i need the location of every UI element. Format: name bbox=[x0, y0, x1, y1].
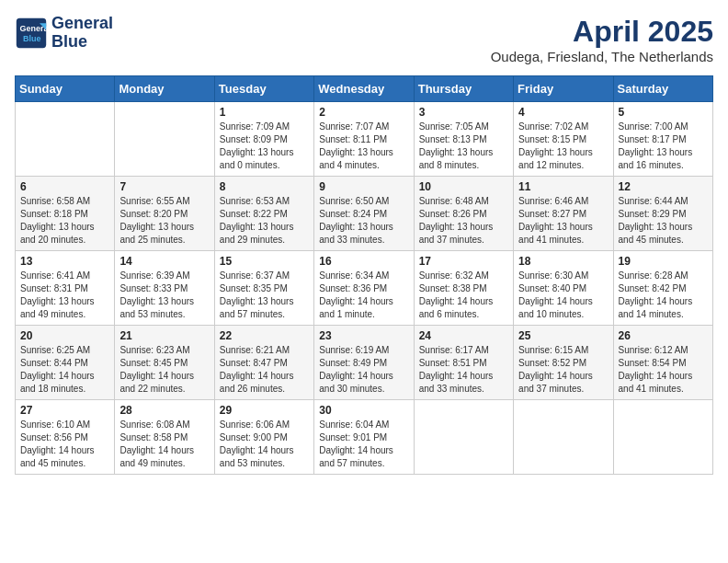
calendar-cell: 12Sunrise: 6:44 AM Sunset: 8:29 PM Dayli… bbox=[613, 177, 712, 251]
weekday-header-saturday: Saturday bbox=[613, 76, 712, 102]
cell-content: Sunrise: 6:53 AM Sunset: 8:22 PM Dayligh… bbox=[220, 195, 309, 247]
weekday-header-sunday: Sunday bbox=[16, 76, 115, 102]
cell-content: Sunrise: 6:25 AM Sunset: 8:44 PM Dayligh… bbox=[20, 344, 109, 396]
cell-content: Sunrise: 6:15 AM Sunset: 8:52 PM Dayligh… bbox=[518, 344, 608, 396]
calendar-cell: 17Sunrise: 6:32 AM Sunset: 8:38 PM Dayli… bbox=[414, 251, 513, 326]
cell-content: Sunrise: 6:28 AM Sunset: 8:42 PM Dayligh… bbox=[619, 270, 708, 321]
day-number: 29 bbox=[220, 404, 309, 417]
day-number: 7 bbox=[119, 180, 209, 193]
cell-content: Sunrise: 6:50 AM Sunset: 8:24 PM Dayligh… bbox=[319, 195, 408, 247]
calendar-cell: 13Sunrise: 6:41 AM Sunset: 8:31 PM Dayli… bbox=[16, 251, 115, 326]
weekday-header-friday: Friday bbox=[514, 76, 613, 102]
day-number: 3 bbox=[419, 106, 508, 119]
cell-content: Sunrise: 6:46 AM Sunset: 8:27 PM Dayligh… bbox=[518, 195, 608, 247]
weekday-header-thursday: Thursday bbox=[414, 76, 513, 102]
day-number: 5 bbox=[619, 106, 708, 119]
day-number: 12 bbox=[619, 180, 708, 193]
calendar-cell: 19Sunrise: 6:28 AM Sunset: 8:42 PM Dayli… bbox=[613, 251, 712, 326]
location-subtitle: Oudega, Friesland, The Netherlands bbox=[491, 49, 713, 64]
calendar-header-row: SundayMondayTuesdayWednesdayThursdayFrid… bbox=[16, 76, 713, 102]
calendar-cell: 14Sunrise: 6:39 AM Sunset: 8:33 PM Dayli… bbox=[115, 251, 214, 326]
calendar-cell: 2Sunrise: 7:07 AM Sunset: 8:11 PM Daylig… bbox=[314, 102, 414, 177]
day-number: 24 bbox=[419, 329, 508, 342]
cell-content: Sunrise: 7:00 AM Sunset: 8:17 PM Dayligh… bbox=[619, 121, 708, 172]
calendar-cell bbox=[514, 400, 613, 475]
day-number: 17 bbox=[419, 255, 508, 268]
cell-content: Sunrise: 6:17 AM Sunset: 8:51 PM Dayligh… bbox=[419, 344, 508, 396]
page-header: General Blue General Blue April 2025 Oud… bbox=[15, 15, 713, 64]
cell-content: Sunrise: 6:48 AM Sunset: 8:26 PM Dayligh… bbox=[419, 195, 508, 247]
day-number: 26 bbox=[619, 329, 708, 342]
cell-content: Sunrise: 6:32 AM Sunset: 8:38 PM Dayligh… bbox=[419, 270, 508, 321]
cell-content: Sunrise: 7:09 AM Sunset: 8:09 PM Dayligh… bbox=[220, 121, 309, 172]
cell-content: Sunrise: 7:05 AM Sunset: 8:13 PM Dayligh… bbox=[419, 121, 508, 172]
cell-content: Sunrise: 6:08 AM Sunset: 8:58 PM Dayligh… bbox=[119, 419, 209, 470]
calendar-cell: 18Sunrise: 6:30 AM Sunset: 8:40 PM Dayli… bbox=[514, 251, 613, 326]
calendar-cell: 24Sunrise: 6:17 AM Sunset: 8:51 PM Dayli… bbox=[414, 326, 513, 400]
day-number: 21 bbox=[119, 329, 209, 342]
weekday-header-tuesday: Tuesday bbox=[214, 76, 313, 102]
calendar-cell: 20Sunrise: 6:25 AM Sunset: 8:44 PM Dayli… bbox=[16, 326, 115, 400]
title-block: April 2025 Oudega, Friesland, The Nether… bbox=[491, 15, 713, 64]
day-number: 8 bbox=[220, 180, 309, 193]
day-number: 1 bbox=[220, 106, 309, 119]
calendar-cell: 29Sunrise: 6:06 AM Sunset: 9:00 PM Dayli… bbox=[214, 400, 313, 475]
calendar-cell: 23Sunrise: 6:19 AM Sunset: 8:49 PM Dayli… bbox=[314, 326, 414, 400]
day-number: 4 bbox=[518, 106, 608, 119]
day-number: 27 bbox=[20, 404, 109, 417]
svg-text:Blue: Blue bbox=[23, 34, 41, 43]
logo-icon: General Blue bbox=[15, 17, 48, 50]
calendar-cell: 3Sunrise: 7:05 AM Sunset: 8:13 PM Daylig… bbox=[414, 102, 513, 177]
cell-content: Sunrise: 6:04 AM Sunset: 9:01 PM Dayligh… bbox=[319, 419, 408, 470]
cell-content: Sunrise: 6:23 AM Sunset: 8:45 PM Dayligh… bbox=[119, 344, 209, 396]
cell-content: Sunrise: 6:30 AM Sunset: 8:40 PM Dayligh… bbox=[518, 270, 608, 321]
day-number: 15 bbox=[220, 255, 309, 268]
weekday-header-monday: Monday bbox=[115, 76, 214, 102]
cell-content: Sunrise: 6:39 AM Sunset: 8:33 PM Dayligh… bbox=[119, 270, 209, 321]
day-number: 13 bbox=[20, 255, 109, 268]
day-number: 9 bbox=[319, 180, 408, 193]
cell-content: Sunrise: 6:37 AM Sunset: 8:35 PM Dayligh… bbox=[220, 270, 309, 321]
day-number: 25 bbox=[518, 329, 608, 342]
calendar-cell: 26Sunrise: 6:12 AM Sunset: 8:54 PM Dayli… bbox=[613, 326, 712, 400]
cell-content: Sunrise: 6:44 AM Sunset: 8:29 PM Dayligh… bbox=[619, 195, 708, 247]
calendar-table: SundayMondayTuesdayWednesdayThursdayFrid… bbox=[15, 75, 713, 475]
calendar-cell: 9Sunrise: 6:50 AM Sunset: 8:24 PM Daylig… bbox=[314, 177, 414, 251]
calendar-cell bbox=[115, 102, 214, 177]
day-number: 2 bbox=[319, 106, 408, 119]
calendar-cell: 5Sunrise: 7:00 AM Sunset: 8:17 PM Daylig… bbox=[613, 102, 712, 177]
day-number: 19 bbox=[619, 255, 708, 268]
calendar-cell: 4Sunrise: 7:02 AM Sunset: 8:15 PM Daylig… bbox=[514, 102, 613, 177]
calendar-cell: 10Sunrise: 6:48 AM Sunset: 8:26 PM Dayli… bbox=[414, 177, 513, 251]
day-number: 16 bbox=[319, 255, 408, 268]
calendar-cell: 8Sunrise: 6:53 AM Sunset: 8:22 PM Daylig… bbox=[214, 177, 313, 251]
cell-content: Sunrise: 6:10 AM Sunset: 8:56 PM Dayligh… bbox=[20, 419, 109, 470]
day-number: 22 bbox=[220, 329, 309, 342]
cell-content: Sunrise: 6:06 AM Sunset: 9:00 PM Dayligh… bbox=[220, 419, 309, 470]
calendar-cell: 11Sunrise: 6:46 AM Sunset: 8:27 PM Dayli… bbox=[514, 177, 613, 251]
calendar-cell: 7Sunrise: 6:55 AM Sunset: 8:20 PM Daylig… bbox=[115, 177, 214, 251]
cell-content: Sunrise: 6:58 AM Sunset: 8:18 PM Dayligh… bbox=[20, 195, 109, 247]
weekday-header-wednesday: Wednesday bbox=[314, 76, 414, 102]
calendar-cell: 27Sunrise: 6:10 AM Sunset: 8:56 PM Dayli… bbox=[16, 400, 115, 475]
cell-content: Sunrise: 6:34 AM Sunset: 8:36 PM Dayligh… bbox=[319, 270, 408, 321]
calendar-cell bbox=[16, 102, 115, 177]
calendar-cell bbox=[414, 400, 513, 475]
day-number: 23 bbox=[319, 329, 408, 342]
cell-content: Sunrise: 6:12 AM Sunset: 8:54 PM Dayligh… bbox=[619, 344, 708, 396]
calendar-cell: 30Sunrise: 6:04 AM Sunset: 9:01 PM Dayli… bbox=[314, 400, 414, 475]
cell-content: Sunrise: 7:07 AM Sunset: 8:11 PM Dayligh… bbox=[319, 121, 408, 172]
calendar-cell: 25Sunrise: 6:15 AM Sunset: 8:52 PM Dayli… bbox=[514, 326, 613, 400]
calendar-cell: 21Sunrise: 6:23 AM Sunset: 8:45 PM Dayli… bbox=[115, 326, 214, 400]
calendar-week-row: 6Sunrise: 6:58 AM Sunset: 8:18 PM Daylig… bbox=[16, 177, 713, 251]
day-number: 6 bbox=[20, 180, 109, 193]
cell-content: Sunrise: 6:19 AM Sunset: 8:49 PM Dayligh… bbox=[319, 344, 408, 396]
calendar-cell: 6Sunrise: 6:58 AM Sunset: 8:18 PM Daylig… bbox=[16, 177, 115, 251]
day-number: 20 bbox=[20, 329, 109, 342]
day-number: 30 bbox=[319, 404, 408, 417]
calendar-week-row: 1Sunrise: 7:09 AM Sunset: 8:09 PM Daylig… bbox=[16, 102, 713, 177]
day-number: 14 bbox=[119, 255, 209, 268]
day-number: 10 bbox=[419, 180, 508, 193]
calendar-week-row: 20Sunrise: 6:25 AM Sunset: 8:44 PM Dayli… bbox=[16, 326, 713, 400]
cell-content: Sunrise: 6:41 AM Sunset: 8:31 PM Dayligh… bbox=[20, 270, 109, 321]
